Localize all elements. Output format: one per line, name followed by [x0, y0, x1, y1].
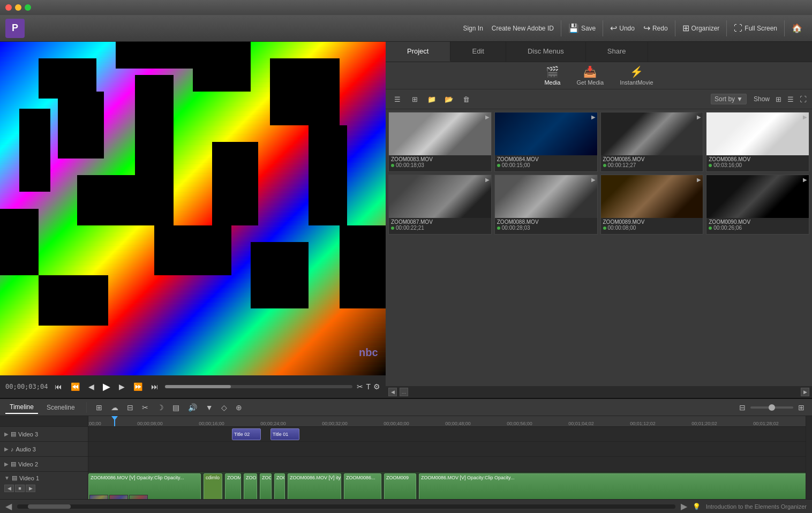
glitch-overlay: nbc	[0, 42, 386, 375]
tab-timeline[interactable]: Timeline	[5, 401, 38, 414]
media-item-86[interactable]: ▶ ZOOM0086.MOV 00:03:16;00	[706, 112, 809, 172]
playhead[interactable]	[114, 416, 115, 426]
organizer-button[interactable]: ⊞ Organizer	[678, 21, 724, 35]
tab-project-label: Project	[407, 47, 428, 55]
detail-view-button[interactable]: ☰	[787, 95, 794, 103]
right-scrollbar[interactable]	[806, 416, 812, 499]
tab-sceneline[interactable]: Sceneline	[42, 402, 79, 413]
sub-tab-instant-movie[interactable]: ⚡ InstantMovie	[620, 65, 653, 86]
zoom-in-button[interactable]: ⊞	[796, 402, 807, 413]
video1-stop-btn[interactable]: ■	[15, 485, 25, 492]
text-tool[interactable]: T	[366, 382, 371, 391]
progress-bar[interactable]	[165, 385, 352, 388]
tl-tool-4[interactable]: ✂	[140, 402, 151, 413]
expand-view-button[interactable]: ⛶	[800, 95, 807, 103]
view-list-button[interactable]: ☰	[391, 93, 404, 105]
title-bar	[0, 0, 812, 15]
expand-video2[interactable]: ▶	[4, 461, 9, 467]
tab-disc-menus[interactable]: Disc Menus	[506, 42, 586, 62]
undo-button[interactable]: ↩ Undo	[606, 21, 639, 35]
go-to-start-button[interactable]: ⏮	[52, 381, 64, 392]
home-button[interactable]: 🏠	[787, 21, 807, 35]
duration-text-84: 00:00:15;00	[502, 162, 530, 168]
tl-volume-btn[interactable]: 🔊	[186, 402, 199, 413]
media-name-89: ZOOM0089.MOV	[603, 219, 701, 225]
folder-open-button[interactable]: 📂	[442, 93, 455, 105]
scroll-left-btn[interactable]: ◀	[5, 501, 12, 511]
info-more-button[interactable]: …	[400, 388, 408, 396]
sort-by-button[interactable]: Sort by ▼	[711, 94, 747, 104]
go-to-end-button[interactable]: ⏭	[149, 381, 161, 392]
tab-project[interactable]: Project	[386, 42, 450, 62]
divider-2	[603, 20, 603, 36]
media-thumb-86: ▶	[706, 112, 809, 155]
folder-button[interactable]: 📁	[425, 93, 438, 105]
zoom-slider[interactable]	[750, 406, 793, 409]
frame-back-button[interactable]: ◀	[86, 381, 96, 392]
cut-tool[interactable]: ✂	[357, 382, 363, 391]
sub-tab-get-media[interactable]: 📥 Get Media	[576, 65, 604, 86]
tab-edit[interactable]: Edit	[450, 42, 506, 62]
media-item-88[interactable]: ▶ ZOOM0088.MOV 00:00:28;03	[494, 175, 598, 235]
track-row-video2	[88, 457, 806, 472]
tl-tool-5[interactable]: ☽	[155, 402, 166, 413]
tracks-container[interactable]: 00;00;00;00 00;00;08;00 00;00;16;00 00;0…	[88, 416, 806, 499]
tl-tool-6[interactable]: ▤	[170, 402, 182, 413]
media-item-83[interactable]: ▶ ZOOM0083.MOV 00:00:18;03	[388, 112, 492, 172]
create-adobe-id-label: Create New Adobe ID	[492, 25, 554, 32]
expand-video1[interactable]: ▼	[4, 475, 10, 481]
video1-next-btn[interactable]: ▶	[26, 485, 35, 492]
clip-title-02[interactable]: Title 02	[232, 428, 261, 440]
view-grid-button[interactable]: ⊞	[408, 93, 421, 105]
media-item-89[interactable]: ▶ ZOOM0089.MOV 00:00:08;00	[600, 175, 704, 235]
minimize-button[interactable]	[15, 4, 21, 11]
tl-tool-8[interactable]: ◇	[219, 402, 229, 413]
media-item-87[interactable]: ▶ ZOOM0087.MOV 00:00:22;21	[388, 175, 492, 235]
create-adobe-id-button[interactable]: Create New Adobe ID	[487, 22, 558, 34]
scroll-right-btn[interactable]: ▶	[681, 501, 687, 511]
video1-prev-btn[interactable]: ◀	[4, 485, 14, 492]
info-next-button[interactable]: ▶	[801, 388, 809, 396]
tab-share[interactable]: Share	[586, 42, 648, 62]
maximize-button[interactable]	[25, 4, 31, 11]
audio3-icon: ♪	[11, 446, 14, 452]
expand-video3[interactable]: ▶	[4, 431, 9, 437]
media-item-85[interactable]: ▶ ZOOM0085.MOV 00:00:12;27	[600, 112, 704, 172]
media-duration-84: 00:00:15;00	[497, 162, 595, 168]
step-forward-button[interactable]: ⏩	[131, 381, 145, 392]
sub-tab-media[interactable]: 🎬 Media	[544, 65, 560, 86]
preview-video: nbc	[0, 42, 386, 375]
tl-tool-1[interactable]: ⊞	[94, 402, 104, 413]
redo-button[interactable]: ↪ Redo	[639, 21, 672, 35]
video1-mini-btns: ◀ ■ ▶	[4, 485, 35, 492]
frame-forward-button[interactable]: ▶	[117, 381, 127, 392]
media-name-90: ZOOM0090.MOV	[709, 219, 807, 225]
status-dot-89	[603, 227, 606, 230]
save-button[interactable]: 💾 Save	[564, 21, 600, 35]
duration-text-87: 00:00:22;21	[396, 225, 424, 231]
media-thumb-icon-89: ▶	[697, 177, 701, 183]
clip-title-01[interactable]: Title 01	[270, 428, 299, 440]
thumbnail-view-button[interactable]: ⊞	[776, 95, 781, 103]
media-item-84[interactable]: ▶ ZOOM0084.MOV 00:00:15;00	[494, 112, 598, 172]
fullscreen-button[interactable]: ⛶ Full Screen	[730, 21, 781, 35]
ruler-3: 00;00;24;00	[260, 421, 286, 426]
zoom-out-button[interactable]: ⊟	[737, 402, 748, 413]
tl-tool-9[interactable]: ⊕	[234, 402, 244, 413]
ruler-5: 00;00;40;00	[384, 421, 409, 426]
tl-tool-2[interactable]: ☁	[109, 402, 121, 413]
expand-audio3[interactable]: ▶	[4, 446, 9, 452]
delete-button[interactable]: 🗑	[460, 93, 472, 105]
step-back-button[interactable]: ⏪	[69, 381, 82, 392]
tl-tool-3[interactable]: ⊟	[125, 402, 136, 413]
close-button[interactable]	[5, 4, 12, 11]
preview-controls: 00;00;03;04 ⏮ ⏪ ◀ ▶ ▶ ⏩ ⏭ ✂ T ⚙	[0, 375, 386, 398]
tl-tool-7[interactable]: ▼	[204, 402, 215, 413]
settings-tool[interactable]: ⚙	[373, 382, 380, 391]
play-button[interactable]: ▶	[101, 380, 112, 394]
horizontal-scroll-track[interactable]	[17, 504, 675, 509]
media-thumb-icon-84: ▶	[591, 114, 596, 120]
info-prev-button[interactable]: ◀	[388, 388, 397, 396]
media-item-90[interactable]: ▶ ZOOM0090.MOV 00:00:26;06	[706, 175, 809, 235]
sign-in-button[interactable]: Sign In	[458, 22, 487, 34]
